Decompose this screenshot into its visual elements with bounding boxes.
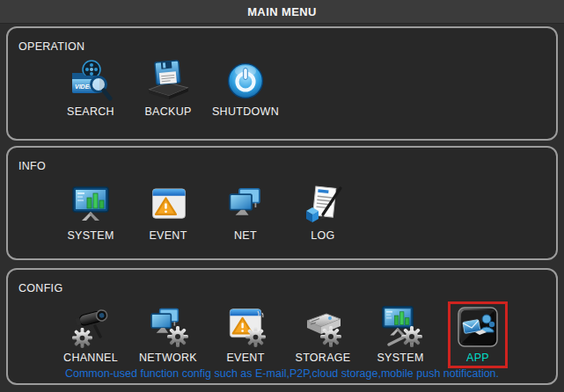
menu-item-app[interactable]: APP xyxy=(439,305,516,364)
menu-item-label: SEARCH xyxy=(67,105,114,118)
backup-icon xyxy=(146,59,190,103)
config-hint-caption: Common-used function config such as E-ma… xyxy=(8,367,556,380)
menu-item-label: EVENT xyxy=(226,352,264,364)
menu-item-system-config[interactable]: SYSTEM xyxy=(362,305,439,364)
menu-item-label: SHUTDOWN xyxy=(212,105,279,118)
info-section-label: INFO xyxy=(18,160,46,172)
menu-item-search[interactable]: VIDEO SEARCH xyxy=(52,59,129,118)
selection-highlight xyxy=(448,301,508,368)
menu-item-label: SYSTEM xyxy=(377,352,423,364)
log-document-pen-icon xyxy=(301,183,345,227)
menu-item-label: STORAGE xyxy=(296,352,351,364)
monitors-gear-icon xyxy=(146,305,190,349)
event-warning-window-icon xyxy=(146,183,190,227)
main-menu-title: MAIN MENU xyxy=(0,0,564,24)
menu-item-label: CHANNEL xyxy=(63,352,118,364)
camera-gear-icon xyxy=(69,305,113,349)
operation-items-row: VIDEO SEARCH xyxy=(52,59,284,118)
config-section-label: CONFIG xyxy=(18,282,62,294)
monitor-gear-wrench-icon xyxy=(378,305,422,349)
network-monitors-icon xyxy=(223,183,267,227)
menu-item-label: EVENT xyxy=(149,229,187,242)
shutdown-power-icon xyxy=(223,59,267,103)
menu-item-backup[interactable]: BACKUP xyxy=(129,59,207,118)
menu-item-event-info[interactable]: EVENT xyxy=(129,183,207,242)
menu-item-net[interactable]: NET xyxy=(207,183,284,242)
menu-item-network-config[interactable]: NETWORK xyxy=(129,305,207,364)
system-chart-monitor-icon xyxy=(69,183,113,227)
config-section: CONFIG CHANNEL xyxy=(6,268,558,385)
menu-item-system-info[interactable]: SYSTEM xyxy=(52,183,129,242)
config-items-row: CHANNEL NETWORK EVENT xyxy=(52,305,516,364)
info-items-row: SYSTEM EVENT NET xyxy=(52,183,362,242)
menu-item-channel[interactable]: CHANNEL xyxy=(52,305,129,364)
menu-item-log[interactable]: LOG xyxy=(284,183,362,242)
menu-item-label: NET xyxy=(234,229,257,242)
menu-item-label: NETWORK xyxy=(139,352,197,364)
info-section: INFO SYSTEM EVENT NET xyxy=(6,146,558,260)
menu-item-storage[interactable]: STORAGE xyxy=(284,305,362,364)
menu-item-label: SYSTEM xyxy=(67,229,114,242)
drive-gear-icon xyxy=(301,305,345,349)
menu-item-shutdown[interactable]: SHUTDOWN xyxy=(207,59,284,118)
menu-item-label: BACKUP xyxy=(144,105,191,118)
operation-section: OPERATION VIDEO SEARCH xyxy=(6,26,558,141)
menu-item-label: LOG xyxy=(311,229,334,242)
video-search-icon: VIDEO xyxy=(69,59,113,103)
menu-item-event-config[interactable]: EVENT xyxy=(207,305,284,364)
operation-section-label: OPERATION xyxy=(18,40,84,53)
warning-gear-icon xyxy=(223,305,267,349)
